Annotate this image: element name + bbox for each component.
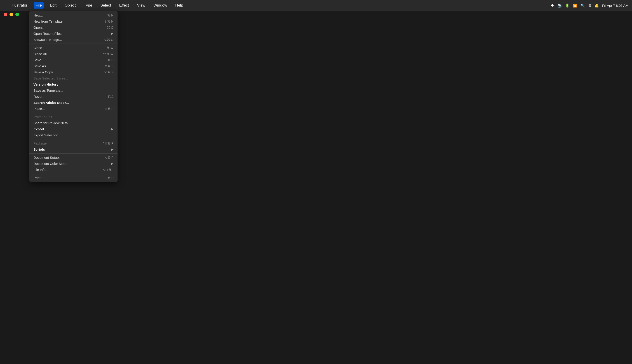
separator-4 xyxy=(29,153,118,154)
menu-item-save-slices[interactable]: Save Selected Slices... xyxy=(29,75,118,81)
menu-file[interactable]: File xyxy=(34,2,43,8)
color-mode-arrow-icon: ▶ xyxy=(111,162,114,165)
menu-item-search-stock[interactable]: Search Adobe Stock... xyxy=(29,100,118,106)
menu-item-document-color[interactable]: Document Color Mode ▶ xyxy=(29,160,118,167)
menu-item-export[interactable]: Export ▶ xyxy=(29,126,118,132)
close-button[interactable] xyxy=(4,13,7,16)
menu-item-package[interactable]: Package... ⌃⇧⌘ P xyxy=(29,140,118,146)
menu-item-save[interactable]: Save ⌘ S xyxy=(29,57,118,63)
menu-bar:  Illustrator File Edit Object Type Sele… xyxy=(0,0,632,11)
time-display: Fri Apr 7 8:06 AM xyxy=(602,4,628,8)
minimize-button[interactable] xyxy=(10,13,13,16)
submenu-arrow-icon: ▶ xyxy=(111,32,114,35)
separator-2 xyxy=(29,113,118,113)
battery-icon: 🔋 xyxy=(565,4,570,8)
menu-type[interactable]: Type xyxy=(82,2,94,8)
menu-item-save-template[interactable]: Save as Template... xyxy=(29,88,118,94)
menu-item-share-review[interactable]: Share for Review NEW... xyxy=(29,120,118,126)
menu-item-export-selection[interactable]: Export Selection... xyxy=(29,132,118,138)
maximize-button[interactable] xyxy=(15,13,19,16)
window-controls xyxy=(4,13,19,16)
menu-item-new[interactable]: New... ⌘ N xyxy=(29,12,118,18)
menu-item-open[interactable]: Open... ⌘ O xyxy=(29,24,118,30)
menu-item-revert[interactable]: Revert F12 xyxy=(29,94,118,100)
menu-item-scripts[interactable]: Scripts ▶ xyxy=(29,146,118,152)
export-arrow-icon: ▶ xyxy=(111,127,114,131)
file-dropdown-menu: New... ⌘ N New from Template... ⇧⌘ N Ope… xyxy=(29,11,118,182)
separator-3 xyxy=(29,139,118,139)
menu-bar-left:  Illustrator File Edit Object Type Sele… xyxy=(4,2,185,8)
menu-effect[interactable]: Effect xyxy=(117,2,131,8)
menu-bar-right: ⏺ 📡 🔋 📶 🔍 ⚙ 🔔 Fri Apr 7 8:06 AM xyxy=(551,4,628,8)
menu-item-version-history[interactable]: Version History xyxy=(29,81,118,88)
menu-item-print[interactable]: Print... ⌘ P xyxy=(29,175,118,181)
menu-item-place[interactable]: Place... ⇧⌘ P xyxy=(29,106,118,112)
menu-item-new-from-template[interactable]: New from Template... ⇧⌘ N xyxy=(29,18,118,24)
record-icon: ⏺ xyxy=(551,4,554,8)
menu-object[interactable]: Object xyxy=(63,2,78,8)
menu-select[interactable]: Select xyxy=(99,2,113,8)
separator-1 xyxy=(29,44,118,44)
menu-edit[interactable]: Edit xyxy=(48,2,58,8)
menu-help[interactable]: Help xyxy=(173,2,185,8)
menu-item-document-setup[interactable]: Document Setup... ⌥⌘ P xyxy=(29,154,118,160)
app-name: Illustrator xyxy=(10,2,29,8)
airplay-icon: 📡 xyxy=(557,4,562,8)
menu-item-invite-edit[interactable]: Invite to Edit... xyxy=(29,114,118,120)
control-center-icon[interactable]: ⚙ xyxy=(588,4,591,8)
apple-logo-icon[interactable]:  xyxy=(4,3,5,8)
menu-item-open-recent[interactable]: Open Recent Files ▶ xyxy=(29,30,118,36)
menu-window[interactable]: Window xyxy=(152,2,169,8)
menu-item-file-info[interactable]: File Info... ⌥⇧⌘ I xyxy=(29,167,118,173)
notification-icon[interactable]: 🔔 xyxy=(594,4,599,8)
search-icon[interactable]: 🔍 xyxy=(580,4,585,8)
menu-item-close-all[interactable]: Close All ⌥⌘ W xyxy=(29,51,118,57)
menu-item-close[interactable]: Close ⌘ W xyxy=(29,45,118,51)
wifi-icon: 📶 xyxy=(573,4,577,8)
menu-item-save-as[interactable]: Save As... ⇧⌘ S xyxy=(29,63,118,69)
scripts-arrow-icon: ▶ xyxy=(111,148,114,151)
menu-item-save-copy[interactable]: Save a Copy... ⌥⌘ S xyxy=(29,69,118,75)
menu-view[interactable]: View xyxy=(135,2,147,8)
menu-item-browse-bridge[interactable]: Browse in Bridge... ⌥⌘ O xyxy=(29,36,118,43)
